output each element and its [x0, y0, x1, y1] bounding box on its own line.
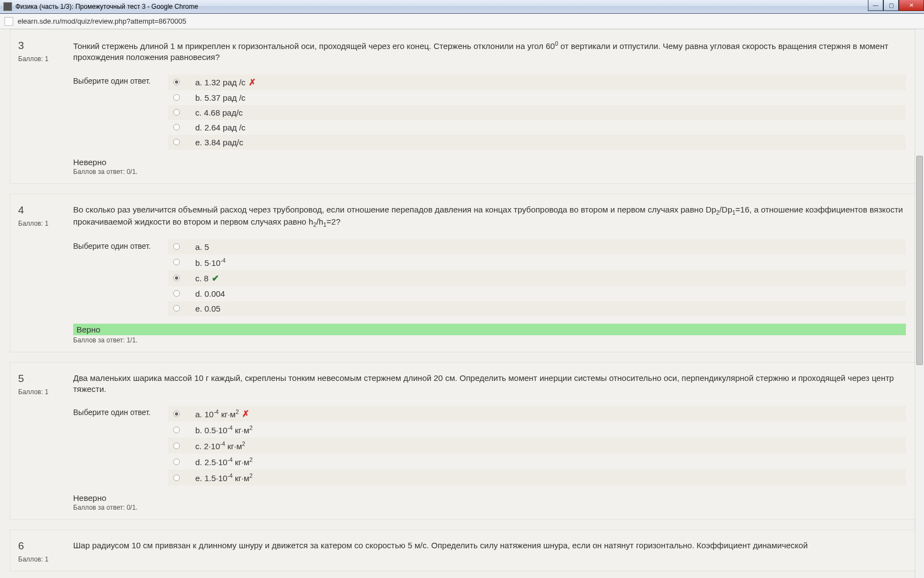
answer-text: c. 8 [195, 274, 208, 283]
question-text: Шар радиусом 10 см привязан к длинному ш… [73, 540, 906, 551]
answers-list: a. 1.32 рад /с✗b. 5.37 рад /сc. 4.68 рад… [168, 74, 906, 150]
cross-icon: ✗ [242, 408, 249, 419]
answer-radio[interactable] [173, 259, 180, 265]
answer-radio[interactable] [173, 109, 180, 116]
question-number: 6 [18, 540, 73, 552]
answer-row: c. 4.68 рад/с [168, 105, 906, 120]
outcome-text: Неверно [73, 157, 906, 167]
question-text: Два маленьких шарика массой 10 г каждый,… [73, 373, 906, 395]
answer-row: d. 2.5·10-4 кг·м2 [168, 454, 906, 470]
answer-radio[interactable] [173, 411, 180, 417]
score-text: Баллов за ответ: 0/1. [73, 504, 906, 511]
answer-radio[interactable] [173, 459, 180, 465]
question-body: Два маленьких шарика массой 10 г каждый,… [73, 373, 906, 512]
page-viewport[interactable]: 3Баллов: 1Тонкий стержень длиной 1 м при… [0, 29, 924, 578]
answer-radio[interactable] [173, 275, 180, 281]
score-text: Баллов за ответ: 1/1. [73, 336, 906, 344]
question-side: 3Баллов: 1 [18, 40, 73, 176]
answer-radio[interactable] [173, 94, 180, 101]
choose-prompt: Выберите один ответ. [73, 408, 167, 417]
answer-row: b. 5·10-4 [168, 254, 906, 270]
answer-row: b. 0.5·10-4 кг·м2 [168, 422, 906, 438]
answer-text: b. 0.5·10-4 кг·м2 [195, 424, 252, 435]
answer-radio[interactable] [173, 124, 180, 130]
question-block: 6Баллов: 1Шар радиусом 10 см привязан к … [10, 530, 917, 571]
minimize-button[interactable]: — [868, 0, 883, 11]
question-grade: Баллов: 1 [18, 555, 73, 563]
answer-row: e. 3.84 рад/с [168, 135, 906, 150]
question-block: 3Баллов: 1Тонкий стержень длиной 1 м при… [10, 29, 917, 184]
outcome-text: Верно [73, 324, 906, 335]
question-body: Шар радиусом 10 см привязан к длинному ш… [73, 540, 906, 563]
outcome-text: Неверно [73, 493, 906, 503]
question-number: 4 [18, 204, 73, 216]
question-text: Тонкий стержень длиной 1 м прикреплен к … [73, 40, 906, 63]
close-button[interactable]: ✕ [899, 0, 924, 11]
answer-row: e. 0.05 [168, 301, 906, 316]
answer-text: d. 0.004 [195, 289, 225, 298]
question-side: 5Баллов: 1 [18, 373, 73, 512]
window-titlebar: Физика (часть 1/3): Промежуточный тест 3… [0, 0, 924, 14]
question-text: Во сколько раз увеличится объемный расхо… [73, 204, 906, 228]
answer-row: a. 1.32 рад /с✗ [168, 74, 906, 90]
answer-text: a. 10-4 кг·м2 [195, 408, 239, 419]
answers-list: a. 10-4 кг·м2✗b. 0.5·10-4 кг·м2c. 2·10-4… [168, 406, 906, 486]
answer-text: a. 1.32 рад /с [195, 78, 245, 87]
cross-icon: ✗ [249, 77, 256, 88]
answer-radio[interactable] [173, 305, 180, 312]
scrollbar-thumb[interactable] [916, 156, 923, 365]
answer-text: b. 5.37 рад /с [195, 93, 245, 102]
question-grade: Баллов: 1 [18, 388, 73, 396]
scrollbar-track[interactable] [915, 29, 924, 578]
quiz-content: 3Баллов: 1Тонкий стержень длиной 1 м при… [0, 29, 924, 578]
question-block: 4Баллов: 1Во сколько раз увеличится объе… [10, 194, 917, 352]
answer-radio[interactable] [173, 79, 180, 85]
maximize-button[interactable]: ▢ [883, 0, 899, 11]
question-side: 4Баллов: 1 [18, 204, 73, 344]
choose-prompt: Выберите один ответ. [73, 242, 167, 250]
address-bar[interactable]: elearn.sde.ru/mod/quiz/review.php?attemp… [0, 14, 924, 29]
question-grade: Баллов: 1 [18, 220, 73, 227]
answer-row: d. 0.004 [168, 286, 906, 301]
answer-row: a. 5 [168, 239, 906, 254]
answer-row: e. 1.5·10-4 кг·м2 [168, 470, 906, 486]
answer-row: b. 5.37 рад /с [168, 90, 906, 105]
answer-radio[interactable] [173, 475, 180, 481]
answer-text: a. 5 [195, 242, 209, 252]
check-icon: ✔ [212, 273, 219, 283]
answer-text: e. 1.5·10-4 кг·м2 [195, 472, 252, 483]
score-text: Баллов за ответ: 0/1. [73, 168, 906, 176]
app-icon [3, 2, 12, 11]
answer-radio[interactable] [173, 139, 180, 145]
answer-row: d. 2.64 рад /с [168, 120, 906, 135]
answer-text: e. 3.84 рад/с [195, 138, 243, 147]
answers-list: a. 5b. 5·10-4c. 8✔d. 0.004e. 0.05 [168, 239, 906, 316]
question-grade: Баллов: 1 [18, 55, 73, 63]
choose-prompt: Выберите один ответ. [73, 77, 167, 85]
answer-text: d. 2.64 рад /с [195, 123, 245, 132]
page-icon [4, 17, 13, 26]
answer-text: b. 5·10-4 [195, 257, 226, 268]
answer-text: c. 4.68 рад/с [195, 108, 243, 117]
question-body: Во сколько раз увеличится объемный расхо… [73, 204, 906, 344]
url-text: elearn.sde.ru/mod/quiz/review.php?attemp… [18, 17, 186, 25]
question-side: 6Баллов: 1 [18, 540, 73, 563]
question-number: 5 [18, 373, 73, 385]
question-number: 3 [18, 40, 73, 52]
answer-text: e. 0.05 [195, 304, 221, 313]
window-controls: — ▢ ✕ [868, 0, 924, 11]
answer-row: c. 8✔ [168, 270, 906, 286]
answer-radio[interactable] [173, 290, 180, 297]
question-block: 5Баллов: 1Два маленьких шарика массой 10… [10, 362, 917, 520]
answer-radio[interactable] [173, 443, 180, 449]
answer-row: c. 2·10-4 кг·м2 [168, 438, 906, 454]
question-body: Тонкий стержень длиной 1 м прикреплен к … [73, 40, 906, 176]
answer-text: c. 2·10-4 кг·м2 [195, 440, 245, 451]
answer-text: d. 2.5·10-4 кг·м2 [195, 456, 252, 467]
answer-radio[interactable] [173, 427, 180, 433]
window-title: Физика (часть 1/3): Промежуточный тест 3… [15, 3, 198, 10]
answer-radio[interactable] [173, 243, 180, 250]
answer-row: a. 10-4 кг·м2✗ [168, 406, 906, 422]
